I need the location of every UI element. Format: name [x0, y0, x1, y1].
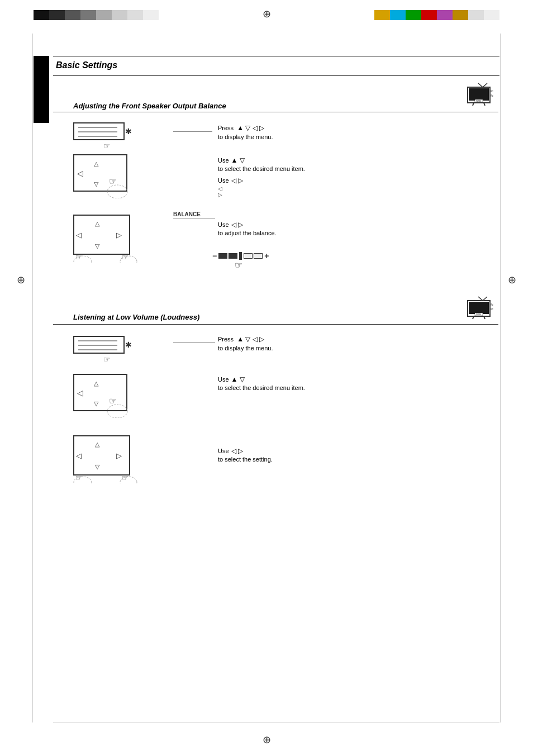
- balance-hand-icon: ☞: [235, 260, 242, 270]
- right-crosshair-icon: ⊕: [508, 274, 516, 286]
- svg-text:△: △: [94, 160, 99, 167]
- svg-text:△: △: [95, 441, 100, 448]
- svg-text:≈: ≈: [491, 93, 493, 98]
- svg-line-33: [478, 297, 483, 301]
- svg-text:☞: ☞: [103, 355, 111, 363]
- svg-text:▷: ▷: [116, 451, 122, 460]
- top-section-line: [53, 56, 499, 56]
- left-margin: [32, 34, 33, 722]
- section2-title: Listening at Low Volume (Loudness): [73, 313, 199, 321]
- s2-step1-instruction: Press ▲ ▽ ◁ ▷ to display the menu.: [218, 335, 273, 351]
- svg-text:≈: ≈: [491, 306, 493, 312]
- svg-rect-41: [74, 336, 124, 353]
- s2-step2-remote: ◁ △ ▽ ☞: [73, 373, 145, 420]
- svg-text:◁: ◁: [76, 451, 82, 460]
- step3-remote: ◁ ▷ △ ▽ ☞ ☞: [73, 212, 145, 265]
- section1-line: [53, 112, 498, 112]
- svg-rect-32: [469, 302, 489, 314]
- svg-text:☞: ☞: [122, 473, 129, 482]
- step2-instruction: Use ▲ ▽ to select the desired menu item.…: [218, 156, 305, 198]
- bottom-crosshair-icon: ⊕: [263, 734, 271, 746]
- svg-text:◁: ◁: [76, 231, 82, 239]
- tv-icon-section1: ≈ ≈ N234: [467, 83, 498, 106]
- svg-text:▽: ▽: [95, 243, 100, 249]
- s2-step1-remote: ✱ ☞: [73, 335, 140, 365]
- svg-line-34: [483, 297, 487, 301]
- svg-text:▷: ▷: [116, 231, 122, 239]
- svg-rect-1: [469, 88, 489, 101]
- step3-balance-label: BALANCE: [173, 211, 201, 217]
- svg-text:△: △: [94, 380, 99, 387]
- s2-step1-line: [173, 342, 215, 343]
- svg-text:▽: ▽: [95, 463, 100, 470]
- svg-text:◁: ◁: [77, 169, 83, 178]
- svg-text:◁: ◁: [77, 388, 83, 397]
- step1-remote-top: ✱ ☞: [73, 122, 140, 152]
- svg-text:△: △: [95, 220, 100, 227]
- page-title: Basic Settings: [56, 60, 117, 70]
- step1-line: [173, 131, 212, 132]
- svg-text:▽: ▽: [94, 180, 99, 187]
- top-color-bars-right: [374, 10, 499, 20]
- bottom-section-line: [53, 722, 499, 722]
- section1-title: Adjusting the Front Speaker Output Balan…: [73, 102, 226, 110]
- top-crosshair-icon: ⊕: [263, 8, 271, 20]
- tv-icon-section2: ≈ ≈ N234: [467, 296, 498, 320]
- s2-step3-remote: ◁ ▷ △ ▽ ☞ ☞: [73, 433, 145, 486]
- step2-remote: ◁ △ ▽ ☞: [73, 154, 145, 201]
- s2-step3-instruction: Use ◁ ▷ to select the setting.: [218, 447, 273, 463]
- svg-text:▽: ▽: [94, 400, 99, 407]
- svg-text:✱: ✱: [125, 340, 132, 349]
- step3-label-line: [173, 218, 215, 218]
- svg-text:☞: ☞: [109, 396, 117, 406]
- top-color-bars-left: [34, 10, 159, 20]
- svg-line-3: [483, 83, 487, 87]
- right-margin: [500, 34, 501, 722]
- svg-text:N234: N234: [476, 99, 482, 102]
- svg-text:☞: ☞: [75, 253, 83, 261]
- svg-text:✱: ✱: [125, 127, 132, 136]
- svg-text:☞: ☞: [103, 141, 111, 150]
- balance-slider: − +: [212, 251, 269, 260]
- chapter-sidebar: [34, 56, 49, 123]
- svg-text:☞: ☞: [109, 177, 117, 186]
- svg-text:N234: N234: [476, 313, 482, 316]
- step1-instruction: Press ▲ ▽ ◁ ▷ to display the menu.: [218, 124, 273, 140]
- section2-line: [53, 324, 498, 325]
- step3-instruction: Use ◁ ▷ to adjust the balance.: [218, 221, 277, 236]
- svg-text:☞: ☞: [122, 253, 129, 261]
- svg-rect-10: [74, 123, 124, 140]
- title-bottom-line: [53, 75, 499, 76]
- svg-text:☞: ☞: [75, 473, 83, 482]
- svg-line-2: [478, 83, 483, 87]
- s2-step2-instruction: Use ▲ ▽ to select the desired menu item.: [218, 375, 305, 391]
- left-crosshair-icon: ⊕: [17, 274, 25, 286]
